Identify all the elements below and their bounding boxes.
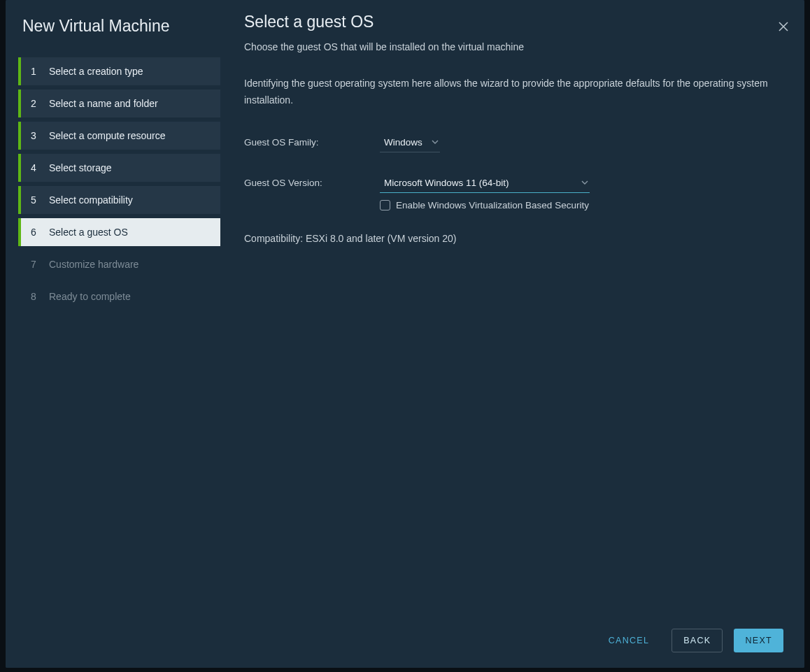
chevron-down-icon <box>581 179 588 186</box>
step-customize-hardware: 7 Customize hardware <box>18 250 220 278</box>
close-icon <box>778 21 789 35</box>
wizard-sidebar: New Virtual Machine 1 Select a creation … <box>6 0 220 668</box>
step-number: 8 <box>31 291 45 302</box>
step-storage[interactable]: 4 Select storage <box>18 154 220 182</box>
wizard-main-panel: Select a guest OS Choose the guest OS th… <box>220 0 804 668</box>
chevron-down-icon <box>432 138 439 145</box>
guest-os-version-value: Microsoft Windows 11 (64-bit) <box>384 178 509 188</box>
wizard-steps-list: 1 Select a creation type 2 Select a name… <box>6 57 220 310</box>
guest-os-family-select[interactable]: Windows <box>380 133 440 152</box>
guest-os-version-select[interactable]: Microsoft Windows 11 (64-bit) <box>380 173 590 193</box>
step-compute-resource[interactable]: 3 Select a compute resource <box>18 122 220 150</box>
cancel-button[interactable]: CANCEL <box>597 629 661 652</box>
compatibility-text: Compatibility: ESXi 8.0 and later (VM ve… <box>244 233 789 244</box>
step-compatibility[interactable]: 5 Select compatibility <box>18 186 220 214</box>
vbs-checkbox[interactable] <box>380 200 390 210</box>
step-label: Ready to complete <box>49 291 131 302</box>
step-label: Select a compute resource <box>49 130 166 141</box>
step-label: Select storage <box>49 162 112 173</box>
next-button[interactable]: NEXT <box>734 629 783 652</box>
step-number: 6 <box>31 227 45 238</box>
step-number: 4 <box>31 162 45 173</box>
guest-os-version-label: Guest OS Version: <box>244 173 380 188</box>
step-label: Select a name and folder <box>49 98 158 109</box>
step-number: 2 <box>31 98 45 109</box>
close-button[interactable] <box>774 18 793 38</box>
page-subtitle: Choose the guest OS that will be install… <box>244 40 524 55</box>
step-creation-type[interactable]: 1 Select a creation type <box>18 57 220 85</box>
step-label: Select compatibility <box>49 194 133 206</box>
vbs-checkbox-label: Enable Windows Virtualization Based Secu… <box>396 200 589 210</box>
main-header: Select a guest OS Choose the guest OS th… <box>244 13 789 76</box>
back-button[interactable]: BACK <box>672 629 723 652</box>
step-guest-os[interactable]: 6 Select a guest OS <box>18 218 220 246</box>
guest-os-family-row: Guest OS Family: Windows <box>244 133 789 152</box>
page-title: Select a guest OS <box>244 13 524 31</box>
step-number: 5 <box>31 194 45 206</box>
guest-os-family-value: Windows <box>384 137 422 148</box>
vbs-checkbox-row: Enable Windows Virtualization Based Secu… <box>380 200 789 210</box>
page-description: Identifying the guest operating system h… <box>244 76 789 109</box>
guest-os-family-label: Guest OS Family: <box>244 133 380 148</box>
step-name-folder[interactable]: 2 Select a name and folder <box>18 90 220 117</box>
wizard-footer: CANCEL BACK NEXT <box>244 615 789 668</box>
wizard-title: New Virtual Machine <box>6 13 220 55</box>
guest-os-version-row: Guest OS Version: Microsoft Windows 11 (… <box>244 173 789 210</box>
step-ready-complete: 8 Ready to complete <box>18 283 220 310</box>
step-label: Select a guest OS <box>49 227 128 238</box>
step-number: 7 <box>31 259 45 270</box>
step-number: 3 <box>31 130 45 141</box>
step-label: Customize hardware <box>49 259 138 270</box>
step-number: 1 <box>31 66 45 77</box>
step-label: Select a creation type <box>49 66 143 77</box>
new-vm-wizard-dialog: New Virtual Machine 1 Select a creation … <box>6 0 804 668</box>
